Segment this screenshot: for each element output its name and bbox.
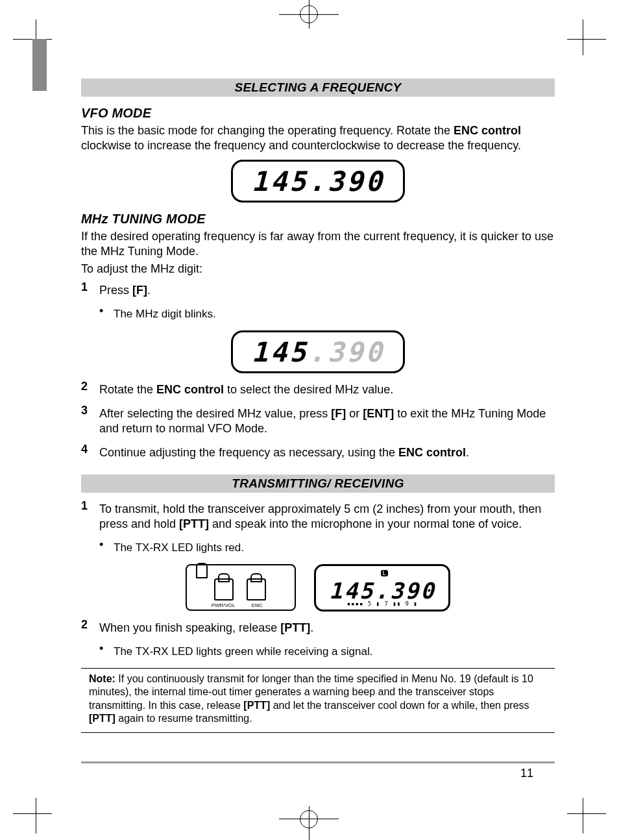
tx-step-1: 1 To transmit, hold the transceiver appr… (81, 499, 555, 534)
crop-mark (309, 806, 310, 840)
device-figure-row: PWR/VOL ENC L 145.390 ▪▪▪▪ 5 ▮ 7 ▮▮ 9 ▮ (81, 564, 555, 611)
text: or (346, 407, 363, 420)
bullet-dot: • (99, 304, 114, 324)
tx-step-2: 2 When you finish speaking, release [PTT… (81, 618, 555, 638)
lcd-digits: 145.390 (251, 168, 384, 195)
antenna-icon (196, 563, 208, 578)
knob-label: PWR/VOL (212, 602, 236, 608)
step-number: 3 (81, 404, 99, 439)
step-number: 1 (81, 280, 99, 301)
text-bold: [F] (331, 407, 346, 420)
step-2: 2 Rotate the ENC control to select the d… (81, 380, 555, 400)
horizontal-rule (81, 732, 555, 733)
step-number: 4 (81, 443, 99, 463)
text: to select the desired MHz value. (224, 383, 393, 396)
step-4: 4 Continue adjusting the frequency as ne… (81, 443, 555, 463)
text-bold: ENC control (156, 383, 224, 396)
step-number: 1 (81, 499, 99, 534)
crop-mark (36, 798, 36, 834)
lcd-display-2: 145.390 (81, 330, 555, 373)
heading-mhz-tuning-mode: MHz TUNING MODE (81, 212, 555, 227)
lcd-display-1: 145.390 (81, 160, 555, 203)
knob-label: ENC (252, 602, 263, 608)
text-bold: [F] (132, 284, 147, 297)
heading-vfo-mode: VFO MODE (81, 106, 555, 121)
side-tab-marker (32, 39, 47, 91)
bullet-dot: • (99, 642, 114, 661)
enc-knob-icon (247, 578, 266, 600)
note-label: Note: (89, 673, 115, 684)
pwr-vol-knob-icon (214, 578, 234, 600)
crop-mark (13, 813, 52, 814)
lcd-digits-blinking: .390 (308, 336, 384, 368)
step-3: 3 After selecting the desired MHz value,… (81, 404, 555, 439)
lcd-digits: 145.390 (329, 580, 435, 602)
text-bold: ENC control (454, 124, 521, 137)
bullet-dot: • (99, 538, 114, 558)
page-number: 11 (520, 767, 533, 780)
mhz-paragraph-2: To adjust the MHz digit: (81, 262, 555, 277)
step-text: Press [F]. (99, 283, 555, 298)
page-content: SELECTING A FREQUENCY VFO MODE This is t… (81, 75, 555, 737)
step-text: To transmit, hold the transceiver approx… (99, 502, 555, 532)
step-text: After selecting the desired MHz value, p… (99, 406, 555, 436)
step-number: 2 (81, 618, 99, 638)
text-bold: [PTT] (179, 517, 209, 530)
bullet-text: The TX-RX LED lights red. (114, 541, 555, 555)
text: Press (99, 284, 132, 297)
step-text: Continue adjusting the frequency as nece… (99, 445, 555, 460)
lcd-display-3: L 145.390 ▪▪▪▪ 5 ▮ 7 ▮▮ 9 ▮ (314, 564, 450, 611)
text: . (466, 446, 469, 459)
crop-mark (583, 798, 583, 834)
text-bold: [ENT] (363, 407, 394, 420)
text: After selecting the desired MHz value, p… (99, 407, 331, 420)
mhz-paragraph-1: If the desired operating frequency is fa… (81, 229, 555, 259)
bullet-text: The MHz digit blinks. (114, 307, 555, 321)
text: and speak into the microphone in your no… (209, 517, 522, 530)
text-bold: [PTT] (243, 700, 270, 711)
section-header-transmitting-receiving: TRANSMITTING/ RECEIVING (81, 475, 555, 493)
text: . (147, 284, 151, 297)
footer-rule (81, 761, 555, 763)
device-top-illustration: PWR/VOL ENC (186, 564, 296, 611)
text: This is the basic mode for changing the … (81, 124, 454, 137)
lcd-digits: 145.390 (251, 339, 384, 366)
step-number: 2 (81, 380, 99, 400)
step-text: Rotate the ENC control to select the des… (99, 382, 555, 397)
tx-step-2-bullet: • The TX-RX LED lights green while recei… (99, 642, 555, 661)
text: When you finish speaking, release (99, 621, 280, 634)
crop-mark (567, 813, 606, 814)
bullet-text: The TX-RX LED lights green while receivi… (114, 645, 555, 659)
crop-mark (309, 0, 310, 29)
text: Rotate the (99, 383, 156, 396)
text-bold: [PTT] (280, 621, 310, 634)
step-1-bullet: • The MHz digit blinks. (99, 304, 555, 324)
lock-l-icon: L (381, 570, 388, 576)
text-bold: ENC control (398, 446, 466, 459)
text: again to resume transmitting. (115, 713, 252, 724)
crop-mark (567, 39, 606, 40)
text: . (310, 621, 313, 634)
text: clockwise to increase the frequency and … (81, 139, 521, 152)
crop-mark (583, 19, 583, 55)
section-header-selecting-frequency: SELECTING A FREQUENCY (81, 79, 555, 97)
tx-step-1-bullet: • The TX-RX LED lights red. (99, 538, 555, 558)
text: and let the transceiver cool down for a … (270, 700, 529, 711)
horizontal-rule (81, 668, 555, 669)
vfo-paragraph: This is the basic mode for changing the … (81, 123, 555, 153)
text: Continue adjusting the frequency as nece… (99, 446, 398, 459)
text-bold: [PTT] (89, 713, 115, 724)
note-block: Note: If you continuously transmit for l… (81, 673, 555, 726)
step-text: When you finish speaking, release [PTT]. (99, 621, 555, 636)
lcd-digits-main: 145 (251, 336, 308, 368)
step-1: 1 Press [F]. (81, 280, 555, 301)
